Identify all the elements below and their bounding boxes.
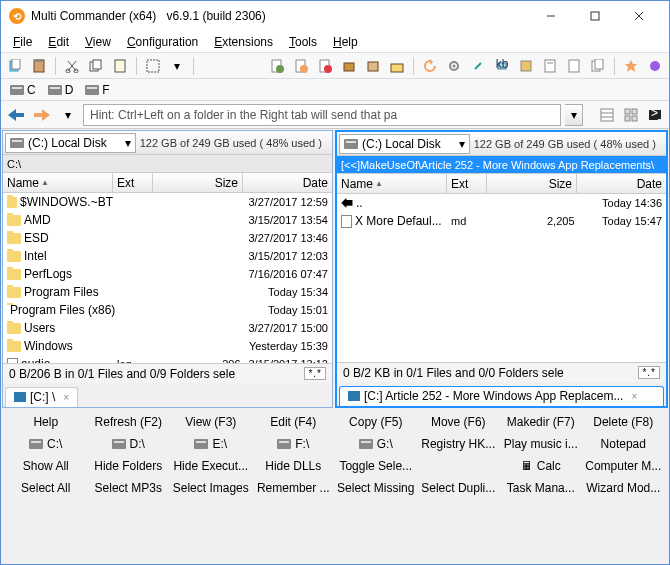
copy-icon[interactable] (5, 56, 25, 76)
bottom-btn[interactable]: Select Images (170, 477, 253, 499)
view-thumb-icon[interactable] (621, 105, 641, 125)
bottom-btn[interactable]: Select Dupli... (418, 477, 501, 499)
drive-button-c[interactable]: C (5, 81, 41, 99)
bottom-btn[interactable]: Select MP3s (88, 477, 171, 499)
bottom-btn[interactable]: Play music i... (500, 433, 583, 455)
menu-edit[interactable]: Edit (40, 33, 77, 51)
bottom-btn[interactable]: Select All (5, 477, 88, 499)
file-row[interactable]: $WINDOWS.~BT3/27/2017 12:59 (3, 193, 332, 211)
heart-icon[interactable] (645, 56, 665, 76)
close-tab-icon[interactable]: × (63, 392, 69, 403)
file-row[interactable]: AMD3/15/2017 13:54 (3, 211, 332, 229)
copy2-icon[interactable] (86, 56, 106, 76)
file-row[interactable]: X More Defaul...md2,205Today 15:47 (337, 212, 666, 230)
menu-configuration[interactable]: Configuration (119, 33, 206, 51)
col-size[interactable]: Size (153, 173, 243, 192)
menu-help[interactable]: Help (325, 33, 366, 51)
col-name[interactable]: Name▲ (337, 174, 447, 193)
left-tab[interactable]: [C:] \ × (5, 387, 78, 407)
drive-button-d[interactable]: D (43, 81, 79, 99)
menu-view[interactable]: View (77, 33, 119, 51)
bottom-btn[interactable]: View (F3) (170, 411, 253, 433)
left-path[interactable]: C:\ (3, 155, 332, 173)
bottom-btn[interactable]: Move (F6) (418, 411, 501, 433)
props-icon[interactable] (540, 56, 560, 76)
file-row[interactable]: Program Files (x86)Today 15:01 (3, 301, 332, 319)
right-path[interactable]: [<<]MakeUseOf\Article 252 - More Windows… (337, 156, 666, 174)
file-row[interactable]: Intel3/15/2017 12:03 (3, 247, 332, 265)
key-icon[interactable]: kb (492, 56, 512, 76)
file-row[interactable]: 🡄..Today 14:36 (337, 194, 666, 212)
refresh-icon[interactable] (420, 56, 440, 76)
file-row[interactable]: Users3/27/2017 15:00 (3, 319, 332, 337)
bottom-btn[interactable]: Registry HK... (418, 433, 501, 455)
file-row[interactable]: WindowsYesterday 15:39 (3, 337, 332, 355)
bottom-btn[interactable]: Select Missing (335, 477, 418, 499)
bottom-btn[interactable]: C:\ (5, 433, 88, 455)
col-ext[interactable]: Ext (113, 173, 153, 192)
bottom-btn[interactable]: Wizard Mod... (583, 477, 666, 499)
close-tab-icon[interactable]: × (631, 391, 637, 402)
col-date[interactable]: Date (243, 173, 332, 192)
view-list-icon[interactable] (597, 105, 617, 125)
bottom-btn[interactable]: Hide Execut... (170, 455, 253, 477)
col-date[interactable]: Date (577, 174, 666, 193)
right-drive-selector[interactable]: (C:) Local Disk ▾ (339, 134, 470, 154)
note-icon[interactable] (564, 56, 584, 76)
dropdown-select-icon[interactable]: ▾ (167, 56, 187, 76)
bottom-btn[interactable]: F:\ (253, 433, 336, 455)
forward-button[interactable] (31, 104, 53, 126)
menu-extensions[interactable]: Extensions (206, 33, 281, 51)
menu2-icon[interactable] (516, 56, 536, 76)
bottom-btn[interactable]: Hide DLLs (253, 455, 336, 477)
bottom-btn[interactable]: Edit (F4) (253, 411, 336, 433)
col-name[interactable]: Name▲ (3, 173, 113, 192)
drive-button-f[interactable]: F (80, 81, 114, 99)
bottom-btn[interactable]: Copy (F5) (335, 411, 418, 433)
bottom-btn[interactable]: Toggle Sele... (335, 455, 418, 477)
bottom-btn[interactable]: Refresh (F2) (88, 411, 171, 433)
menu-tools[interactable]: Tools (281, 33, 325, 51)
menu-file[interactable]: File (5, 33, 40, 51)
col-ext[interactable]: Ext (447, 174, 487, 193)
filter-button[interactable]: *.* (638, 366, 660, 379)
bottom-btn[interactable]: Task Mana... (500, 477, 583, 499)
star-icon[interactable] (621, 56, 641, 76)
file-row[interactable]: Program FilesToday 15:34 (3, 283, 332, 301)
terminal-icon[interactable]: >_ (645, 105, 665, 125)
right-file-list[interactable]: 🡄..Today 14:36X More Defaul...md2,205Tod… (337, 194, 666, 362)
file-row[interactable]: PerfLogs7/16/2016 07:47 (3, 265, 332, 283)
history-dropdown[interactable]: ▾ (57, 104, 79, 126)
left-drive-selector[interactable]: (C:) Local Disk ▾ (5, 133, 136, 153)
bottom-btn[interactable]: Notepad (583, 433, 666, 455)
box-icon[interactable] (363, 56, 383, 76)
doc-del-icon[interactable] (315, 56, 335, 76)
zip-icon[interactable] (339, 56, 359, 76)
bottom-btn[interactable]: Delete (F8) (583, 411, 666, 433)
bottom-btn[interactable]: Computer M... (583, 455, 666, 477)
minimize-button[interactable] (529, 2, 573, 30)
paste2-icon[interactable] (110, 56, 130, 76)
cut-icon[interactable] (62, 56, 82, 76)
col-size[interactable]: Size (487, 174, 577, 193)
doc-add-icon[interactable] (267, 56, 287, 76)
hint-text[interactable]: Hint: Ctrl+Left on a folder in the Right… (83, 104, 561, 126)
bottom-btn[interactable]: 🖩Calc (500, 455, 583, 477)
bottom-btn[interactable]: Hide Folders (88, 455, 171, 477)
left-file-list[interactable]: $WINDOWS.~BT3/27/2017 12:59AMD3/15/2017 … (3, 193, 332, 363)
paste-icon[interactable] (29, 56, 49, 76)
gear-icon[interactable] (444, 56, 464, 76)
maximize-button[interactable] (573, 2, 617, 30)
hint-dropdown[interactable]: ▾ (565, 104, 583, 126)
file-row[interactable]: audiolog2063/15/2017 13:12 (3, 355, 332, 363)
filter-button[interactable]: *.* (304, 367, 326, 380)
select-icon[interactable] (143, 56, 163, 76)
notes-icon[interactable] (588, 56, 608, 76)
open-icon[interactable] (387, 56, 407, 76)
doc-play-icon[interactable] (291, 56, 311, 76)
link-icon[interactable] (468, 56, 488, 76)
bottom-btn[interactable]: Show All (5, 455, 88, 477)
file-row[interactable]: ESD3/27/2017 13:46 (3, 229, 332, 247)
right-tab[interactable]: [C:] Article 252 - More Windows App Repl… (339, 386, 664, 406)
close-button[interactable] (617, 2, 661, 30)
